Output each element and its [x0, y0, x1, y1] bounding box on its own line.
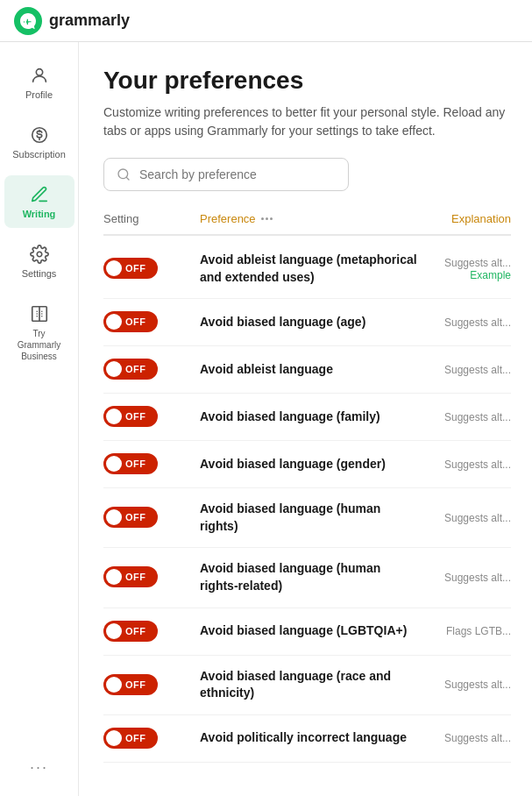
toggle-knob [106, 677, 122, 693]
grammarly-logo: G [14, 7, 42, 35]
toggle-knob [106, 569, 122, 585]
explanation-row-9: Suggests alt... [432, 679, 511, 691]
toggle-row-3[interactable]: OFF [103, 359, 200, 380]
toggle-knob [106, 730, 122, 746]
toggle-row-5[interactable]: OFF [103, 453, 200, 475]
sidebar-item-writing[interactable]: Writing [4, 175, 74, 228]
preference-label-row-5: Avoid biased language (gender) [200, 456, 432, 473]
toggle-knob [106, 623, 122, 639]
preferences-table: Setting Preference Explanation OFF [103, 212, 511, 763]
gear-icon [29, 244, 50, 265]
toggle-knob [106, 361, 122, 377]
table-row: OFF Avoid biased language (human rights-… [103, 548, 511, 608]
toggle-row-2[interactable]: OFF [103, 311, 200, 333]
preference-label-row-4: Avoid biased language (family) [200, 409, 432, 426]
toggle-switch-row-10[interactable]: OFF [103, 728, 158, 749]
page-description: Customize writing preferences to better … [103, 103, 511, 140]
toggle-switch-row-6[interactable]: OFF [103, 507, 158, 528]
toggle-knob [106, 509, 122, 525]
app-header: G grammarly [0, 0, 532, 42]
preference-label-row-8: Avoid biased language (LGBTQIA+) [200, 622, 432, 640]
preference-label-row-2: Avoid biased language (age) [200, 314, 432, 331]
table-row: OFF Avoid biased language (human rights)… [103, 488, 511, 548]
preference-label-row-3: Avoid ableist language [200, 361, 432, 379]
table-row: OFF Avoid biased language (family) Sugge… [103, 394, 511, 441]
more-button[interactable]: ... [21, 746, 57, 782]
toggle-row-1[interactable]: OFF [103, 258, 200, 280]
app-name: grammarly [49, 11, 130, 30]
sidebar-item-settings-label: Settings [22, 268, 57, 279]
pen-icon [29, 184, 50, 205]
building-icon [29, 303, 50, 324]
toggle-row-6[interactable]: OFF [103, 507, 200, 529]
table-row: OFF Avoid biased language (age) Suggests… [103, 299, 511, 346]
col-header-setting: Setting [103, 212, 200, 225]
table-row: OFF Avoid ableist language Suggests alt.… [103, 346, 511, 394]
explanation-row-2: Suggests alt... [432, 316, 511, 329]
table-row: OFF Avoid ableist language (metaphorical… [103, 239, 511, 299]
explanation-row-5: Suggests alt... [432, 458, 511, 471]
explanation-row-8: Flags LGTB... [432, 625, 511, 637]
sidebar-item-subscription-label: Subscription [12, 149, 66, 160]
svg-point-4 [37, 252, 42, 257]
explanation-row-4: Suggests alt... [432, 411, 511, 423]
table-row: OFF Avoid biased language (LGBTQIA+) Fla… [103, 608, 511, 656]
example-link-row-1[interactable]: Example [470, 269, 511, 281]
toggle-switch-row-8[interactable]: OFF [103, 621, 158, 642]
sidebar-item-profile-label: Profile [25, 89, 53, 100]
sidebar-item-subscription[interactable]: Subscription [4, 116, 74, 168]
toggle-knob [106, 456, 122, 472]
explanation-row-6: Suggests alt... [432, 512, 511, 524]
explanation-row-1: Suggests alt... Example [432, 257, 511, 281]
toggle-row-8[interactable]: OFF [103, 621, 200, 643]
toggle-row-9[interactable]: OFF [103, 674, 200, 696]
preference-label-row-9: Avoid biased language (race and ethnicit… [200, 668, 432, 702]
preference-label-row-10: Avoid politically incorrect language [200, 729, 432, 747]
toggle-row-7[interactable]: OFF [103, 566, 200, 588]
table-row: OFF Avoid biased language (race and ethn… [103, 656, 511, 715]
toggle-row-10[interactable]: OFF [103, 728, 200, 750]
sidebar-item-try-business-label: Try Grammarly Business [11, 328, 67, 362]
toggle-switch-row-3[interactable]: OFF [103, 359, 158, 380]
toggle-switch-row-2[interactable]: OFF [103, 311, 158, 332]
col-header-preference: Preference [200, 212, 432, 225]
explanation-row-10: Suggests alt... [432, 732, 511, 744]
toggle-knob [106, 409, 122, 424]
col-header-explanation: Explanation [432, 212, 511, 225]
svg-text:G: G [24, 16, 32, 28]
search-input[interactable] [139, 167, 336, 181]
table-header: Setting Preference Explanation [103, 212, 511, 236]
sidebar-item-profile[interactable]: Profile [4, 56, 74, 109]
sidebar-item-writing-label: Writing [23, 209, 56, 219]
toggle-row-4[interactable]: OFF [103, 406, 200, 428]
toggle-switch-row-4[interactable]: OFF [103, 406, 158, 427]
explanation-row-3: Suggests alt... [432, 364, 511, 376]
svg-line-7 [126, 177, 129, 180]
table-row: OFF Avoid biased language (gender) Sugge… [103, 441, 511, 488]
toggle-switch-row-1[interactable]: OFF [103, 258, 158, 279]
svg-point-2 [36, 69, 42, 75]
sidebar: Profile Subscription Writing [0, 42, 79, 796]
main-content: Your preferences Customize writing prefe… [79, 42, 532, 796]
table-row: OFF Avoid politically incorrect language… [103, 715, 511, 763]
toggle-switch-row-7[interactable]: OFF [103, 566, 158, 587]
toggle-knob [106, 260, 122, 276]
main-layout: Profile Subscription Writing [0, 42, 532, 796]
sidebar-item-try-business[interactable]: Try Grammarly Business [4, 295, 74, 371]
preference-label-row-1: Avoid ableist language (metaphorical and… [200, 252, 432, 286]
toggle-switch-row-9[interactable]: OFF [103, 674, 158, 695]
dollar-icon [29, 124, 50, 146]
column-options-icon[interactable] [261, 217, 273, 220]
sidebar-item-settings[interactable]: Settings [4, 235, 74, 288]
toggle-switch-row-5[interactable]: OFF [103, 453, 158, 474]
toggle-knob [106, 314, 122, 330]
search-box[interactable] [103, 158, 349, 191]
explanation-row-7: Suggests alt... [432, 572, 511, 584]
person-icon [29, 65, 50, 86]
page-title: Your preferences [103, 67, 511, 95]
preference-label-row-7: Avoid biased language (human rights-rela… [200, 560, 432, 594]
search-icon [117, 167, 131, 181]
preference-label-row-6: Avoid biased language (human rights) [200, 501, 432, 535]
